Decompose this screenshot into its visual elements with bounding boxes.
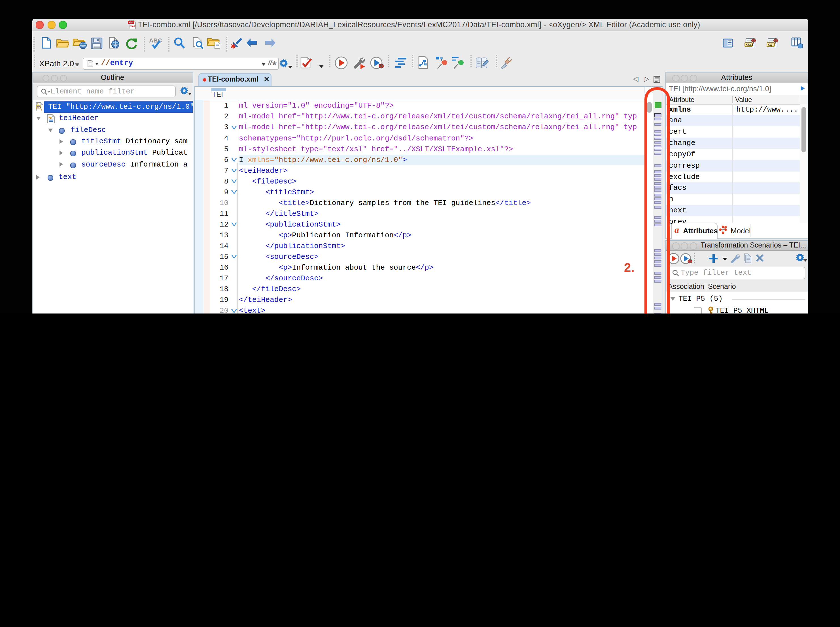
svg-text:TEI: TEI [36, 106, 41, 109]
svg-text:XML: XML [129, 21, 134, 24]
svg-text:<●>: <●> [130, 24, 136, 28]
